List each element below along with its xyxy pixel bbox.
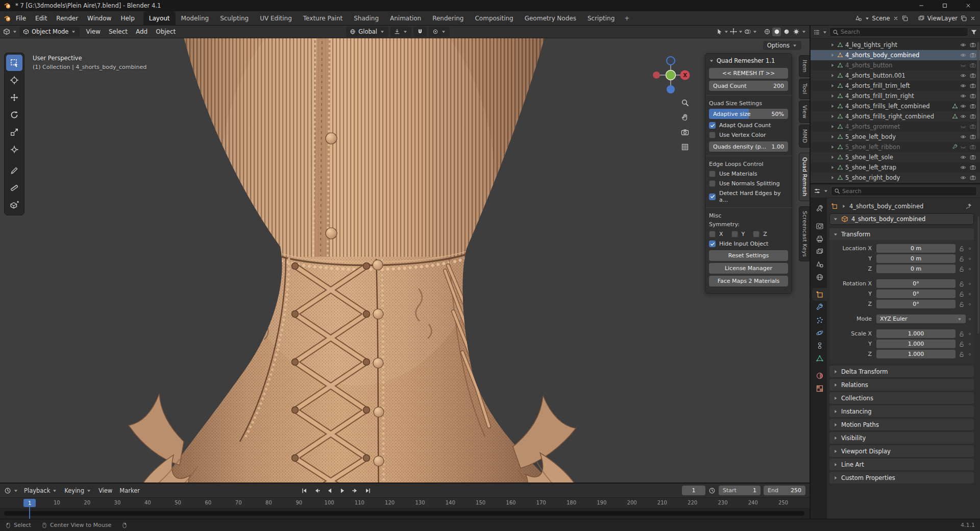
section-header-custom-properties[interactable]: Custom Properties xyxy=(829,472,974,484)
shading-solid-button[interactable] xyxy=(772,28,781,36)
section-header-delta-transform[interactable]: Delta Transform xyxy=(829,366,974,377)
eye-icon[interactable] xyxy=(960,113,966,119)
shading-material-button[interactable] xyxy=(782,28,791,36)
viewport-menu-select[interactable]: Select xyxy=(105,27,132,37)
eye-icon[interactable] xyxy=(960,103,966,109)
camera-icon[interactable] xyxy=(970,93,976,99)
play-button[interactable] xyxy=(337,486,349,496)
properties-scrollbar[interactable] xyxy=(977,216,979,334)
checkbox-adapt-quad-count[interactable]: Adapt Quad Count xyxy=(709,122,788,129)
tool-add-cube[interactable] xyxy=(6,197,22,213)
end-frame-field[interactable]: End 250 xyxy=(764,486,805,495)
animate-decorator[interactable] xyxy=(966,317,973,322)
menu-window[interactable]: Window xyxy=(83,13,116,24)
menu-edit[interactable]: Edit xyxy=(31,13,52,24)
face-maps-2-materials-button[interactable]: Face Maps 2 Materials xyxy=(709,276,788,286)
proportional-editing-dropdown[interactable] xyxy=(429,27,450,37)
adaptive-size-slider[interactable]: Adaptive size 50% xyxy=(709,109,788,119)
outliner-item-4-shorts-frills-right-combined[interactable]: 4_shorts_frills_right_combined xyxy=(811,111,980,122)
ruler-tick-60[interactable]: 60 xyxy=(205,500,211,505)
eye-icon[interactable] xyxy=(960,175,966,181)
ruler-tick-190[interactable]: 190 xyxy=(597,500,606,505)
outliner-search[interactable] xyxy=(829,27,968,37)
checkbox-detect-hard-edges-by-a[interactable]: Detect Hard Edges by a... xyxy=(709,190,788,203)
maximize-button[interactable] xyxy=(933,0,957,11)
properties-tab-viewlayer[interactable] xyxy=(812,245,827,258)
properties-tab-physics[interactable] xyxy=(812,326,827,339)
timeline-editor-icon[interactable] xyxy=(4,487,11,494)
snap-dropdown[interactable] xyxy=(390,27,411,37)
number-field[interactable]: 0 m xyxy=(876,244,955,253)
viewport-3d[interactable]: User Perspective (1) Collection | 4_shor… xyxy=(0,38,810,482)
properties-tab-data[interactable] xyxy=(812,352,827,365)
outliner-item-4-shorts-frills-left-combined[interactable]: 4_shorts_frills_left_combined xyxy=(811,101,980,111)
checkbox[interactable] xyxy=(709,180,716,187)
properties-tab-world[interactable] xyxy=(812,271,827,283)
scene-caret-icon[interactable] xyxy=(865,16,870,21)
gizmos-caret-icon[interactable] xyxy=(738,29,743,34)
selectability-caret-icon[interactable] xyxy=(724,29,729,34)
scene-browse-icon[interactable] xyxy=(855,15,862,22)
number-field[interactable]: 0 m xyxy=(876,264,955,273)
timeline-editor-caret-icon[interactable] xyxy=(13,488,18,493)
camera-view-icon[interactable] xyxy=(681,128,689,136)
tool-rotate[interactable] xyxy=(6,107,22,123)
ruler-tick-160[interactable]: 160 xyxy=(506,500,516,505)
workspace-tab-shading[interactable]: Shading xyxy=(348,11,384,25)
gizmo-x-neg-handle[interactable] xyxy=(653,71,660,79)
camera-icon[interactable] xyxy=(970,144,976,150)
tool-transform[interactable] xyxy=(6,141,22,158)
camera-icon[interactable] xyxy=(970,113,976,119)
properties-tab-render[interactable] xyxy=(812,220,827,232)
animate-decorator[interactable] xyxy=(966,302,973,307)
outliner-item-4-shorts-frill-trim-left[interactable]: 4_shorts_frill_trim_left xyxy=(811,81,980,91)
add-workspace-button[interactable]: + xyxy=(620,11,633,25)
outliner-item-5-shoe-left-body[interactable]: 5_shoe_left_body xyxy=(811,132,980,142)
play-reverse-button[interactable] xyxy=(324,486,336,496)
animate-decorator[interactable] xyxy=(966,292,973,297)
ruler-tick-100[interactable]: 100 xyxy=(325,500,334,505)
license-manager-button[interactable]: License Manager xyxy=(709,263,788,274)
checkbox[interactable] xyxy=(731,231,738,237)
eye-closed-icon[interactable] xyxy=(960,124,966,130)
timeline-menu-keying[interactable]: Keying xyxy=(61,486,95,496)
playhead-frame-badge[interactable]: 1 xyxy=(23,499,36,507)
workspace-tab-layout[interactable]: Layout xyxy=(143,11,176,25)
checkbox-hide-input-object[interactable]: Hide Input Object xyxy=(709,240,788,247)
checkbox[interactable] xyxy=(709,231,716,237)
workspace-tab-geometry-nodes[interactable]: Geometry Nodes xyxy=(519,11,582,25)
filter-icon[interactable] xyxy=(970,29,977,36)
jump-to-end-button[interactable] xyxy=(362,486,374,496)
camera-icon[interactable] xyxy=(970,103,976,109)
outliner-item-4-shorts-grommet[interactable]: 4_shorts_grommet xyxy=(811,122,980,132)
animate-decorator[interactable] xyxy=(966,331,973,336)
outliner-item-5-shoe-left-strap[interactable]: 5_shoe_left_strap xyxy=(811,162,980,173)
checkbox[interactable] xyxy=(709,194,716,200)
lock-toggle[interactable] xyxy=(957,351,966,357)
sidebar-tab-screencast-keys[interactable]: Screencast Keys xyxy=(799,206,810,261)
animate-decorator[interactable] xyxy=(966,352,973,357)
reset-settings-button[interactable]: Reset Settings xyxy=(709,250,788,261)
workspace-tab-uv-editing[interactable]: UV Editing xyxy=(254,11,298,25)
symmetry-z[interactable]: Z xyxy=(753,231,767,237)
timeline-menu-marker[interactable]: Marker xyxy=(116,486,143,496)
workspace-tab-texture-paint[interactable]: Texture Paint xyxy=(298,11,348,25)
close-button[interactable] xyxy=(957,0,980,11)
lock-toggle[interactable] xyxy=(957,281,966,287)
number-field[interactable]: 1.000 xyxy=(876,329,955,338)
sidebar-tab-tool[interactable]: Tool xyxy=(799,79,810,99)
overlays-toggle-icon[interactable] xyxy=(744,28,751,35)
camera-icon[interactable] xyxy=(970,175,976,181)
sidebar-tab-view[interactable]: View xyxy=(799,101,810,123)
properties-search-input[interactable] xyxy=(842,188,974,195)
ruler-tick-230[interactable]: 230 xyxy=(718,500,727,505)
checkbox[interactable] xyxy=(709,122,716,129)
outliner-item-4-leg-tights-right[interactable]: 4_leg_tights_right xyxy=(811,40,980,50)
ruler-tick-140[interactable]: 140 xyxy=(446,500,455,505)
magnet-toggle[interactable] xyxy=(413,27,427,37)
mode-dropdown-field[interactable]: XYZ Euler xyxy=(876,315,966,323)
editor-type-caret-icon[interactable] xyxy=(12,29,17,34)
pan-hand-icon[interactable] xyxy=(681,113,689,122)
ruler-tick-210[interactable]: 210 xyxy=(657,500,667,505)
tool-measure[interactable] xyxy=(6,180,22,196)
